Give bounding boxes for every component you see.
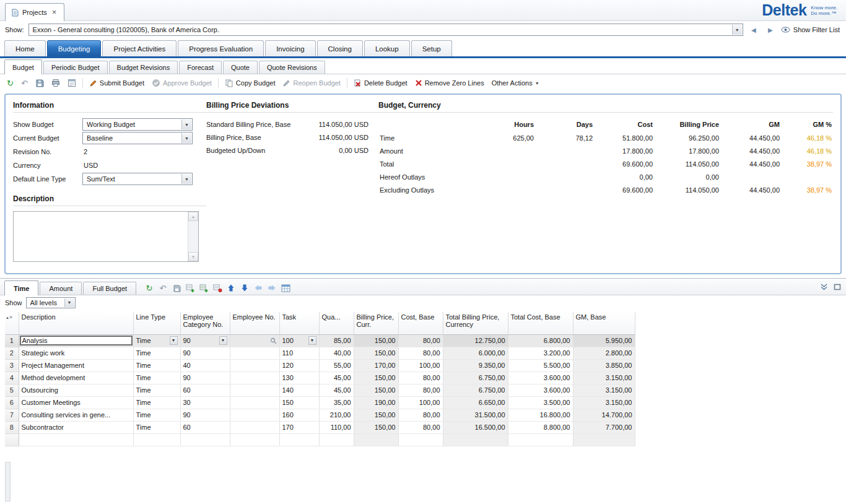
cell-quantity[interactable]: 40,00 [319, 347, 354, 359]
cell-task[interactable] [279, 433, 319, 446]
cell-employee-category-no[interactable]: 90 [180, 347, 230, 359]
other-actions-button[interactable]: Other Actions ▼ [489, 78, 543, 88]
cell-description[interactable]: Consulting services in gene... [19, 409, 133, 421]
refresh-button[interactable]: ↻ [4, 78, 17, 89]
cell-billing-price-curr[interactable]: 170,00 [354, 359, 398, 371]
maximize-pane-button[interactable] [834, 284, 841, 292]
cell-cost-base[interactable]: 80,00 [398, 384, 443, 396]
column-header-employee-no[interactable]: Employee No. [230, 312, 279, 334]
cell-line-type[interactable]: Time [133, 371, 180, 384]
cell-description[interactable]: Subcontractor [19, 421, 133, 433]
column-header-employee-category-no[interactable]: Employee Category No. [180, 312, 230, 334]
main-tab-project-activities[interactable]: Project Activities [102, 40, 177, 56]
cell-employee-no[interactable] [230, 347, 279, 359]
cell-employee-no[interactable] [230, 384, 279, 396]
row-selector-7[interactable]: 7 [5, 409, 19, 421]
print-layout-button[interactable] [64, 77, 79, 89]
cell-quantity[interactable] [319, 433, 354, 446]
table-layout-button[interactable] [280, 283, 291, 293]
default-line-type-select[interactable]: Sum/Text▼ [82, 173, 193, 185]
cell-line-type[interactable]: Time▼ [133, 334, 180, 347]
cell-cost-base[interactable]: 100,00 [398, 396, 443, 409]
cell-description[interactable]: Analysis [19, 334, 133, 347]
column-header-gm-base[interactable]: GM, Base [573, 312, 635, 334]
cell-billing-price-curr[interactable]: 150,00 [354, 384, 398, 396]
cell-employee-category-no[interactable]: 60 [180, 384, 230, 396]
cell-cost-base[interactable]: 80,00 [398, 421, 443, 433]
row-selector-4[interactable]: 4 [5, 371, 19, 384]
cell-employee-category-no[interactable] [180, 433, 230, 446]
approve-budget-button[interactable]: Approve Budget [149, 77, 215, 89]
main-tab-home[interactable]: Home [4, 40, 46, 56]
sub-tab-forecast[interactable]: Forecast [179, 61, 222, 74]
chevron-down-icon[interactable]: ▼ [170, 336, 178, 345]
lower-tab-full-budget[interactable]: Full Budget [83, 282, 136, 295]
cell-billing-price-curr[interactable]: 150,00 [354, 334, 398, 347]
insert-sub-line-button[interactable] [198, 283, 209, 293]
cell-cost-base[interactable]: 80,00 [398, 409, 443, 421]
cell-billing-price-curr[interactable]: 150,00 [354, 347, 398, 359]
grid-undo-button[interactable]: ↶ [157, 283, 168, 293]
scroll-down-icon[interactable]: ▼ [188, 252, 198, 261]
row-selector-1[interactable]: 1 [5, 334, 19, 347]
column-header-quantity[interactable]: Qua... [319, 312, 354, 334]
sub-tab-periodic-budget[interactable]: Periodic Budget [43, 61, 108, 74]
add-line-button[interactable] [185, 283, 196, 293]
main-tab-invoicing[interactable]: Invoicing [265, 40, 315, 56]
lower-tab-time[interactable]: Time [4, 280, 38, 295]
chevron-down-icon[interactable]: ▼ [308, 336, 316, 345]
show-filter-list-button[interactable]: Show Filter List [781, 26, 840, 33]
search-icon[interactable] [270, 337, 277, 344]
main-tab-lookup[interactable]: Lookup [364, 40, 410, 56]
main-tab-budgeting[interactable]: Budgeting [47, 40, 102, 56]
cell-billing-price-curr[interactable]: 150,00 [354, 421, 398, 433]
reopen-budget-button[interactable]: Reopen Budget [279, 78, 343, 89]
cell-total-cost-base[interactable] [508, 433, 573, 446]
print-button[interactable] [48, 77, 63, 89]
cell-quantity[interactable]: 35,00 [319, 396, 354, 409]
cell-task[interactable]: 130 [279, 371, 319, 384]
column-header-cost-base[interactable]: Cost, Base [398, 312, 443, 334]
cell-description[interactable]: Strategic work [19, 347, 133, 359]
cell-description[interactable]: Outsourcing [19, 384, 133, 396]
cell-task[interactable]: 160 [279, 409, 319, 421]
cell-employee-no[interactable] [230, 371, 279, 384]
move-down-button[interactable] [239, 283, 250, 293]
column-header-description[interactable]: Description [19, 312, 133, 334]
cell-employee-no[interactable] [230, 433, 279, 446]
move-right-button[interactable] [266, 283, 277, 293]
main-tab-setup[interactable]: Setup [411, 40, 452, 56]
cell-task[interactable]: 170 [279, 421, 319, 433]
cell-task[interactable]: 120 [279, 359, 319, 371]
cell-gm-base[interactable] [573, 433, 635, 446]
cell-task[interactable]: 110 [279, 347, 319, 359]
row-selector-8[interactable]: 8 [5, 421, 19, 433]
delete-budget-button[interactable]: Delete Budget [351, 78, 411, 89]
cell-employee-no[interactable] [230, 334, 279, 347]
cell-employee-no[interactable] [230, 359, 279, 371]
undo-button[interactable]: ↶ [18, 78, 31, 89]
description-textarea[interactable]: ▲ ▼ [13, 211, 199, 262]
active-cell-editor[interactable]: Analysis [20, 336, 133, 345]
grid-corner-cell[interactable]: ▲» [5, 312, 19, 334]
cell-employee-no[interactable] [230, 396, 279, 409]
cell-employee-category-no[interactable]: 90 [180, 371, 230, 384]
column-header-total-billing-price[interactable]: Total Billing Price, Currency [443, 312, 508, 334]
sub-tab-budget[interactable]: Budget [4, 59, 42, 74]
cell-billing-price-curr[interactable] [354, 433, 398, 446]
cell-employee-category-no[interactable]: 40 [180, 359, 230, 371]
projects-tab[interactable]: Projects × [5, 3, 64, 21]
row-selector-3[interactable]: 3 [5, 359, 19, 371]
main-tab-progress-evaluation[interactable]: Progress Evaluation [178, 40, 264, 56]
column-header-total-cost-base[interactable]: Total Cost, Base [508, 312, 573, 334]
cell-line-type[interactable]: Time [133, 421, 180, 433]
remove-zero-lines-button[interactable]: Remove Zero Lines [412, 78, 487, 88]
cell-cost-base[interactable]: 80,00 [398, 347, 443, 359]
cell-cost-base[interactable] [398, 433, 443, 446]
cell-billing-price-curr[interactable]: 190,00 [354, 396, 398, 409]
cell-quantity[interactable]: 55,00 [319, 359, 354, 371]
cell-quantity[interactable]: 85,00 [319, 334, 354, 347]
chevron-down-icon[interactable]: ▼ [219, 336, 227, 345]
grid-save-button[interactable] [171, 283, 182, 293]
column-header-billing-price-curr[interactable]: Billing Price, Curr. [354, 312, 398, 334]
